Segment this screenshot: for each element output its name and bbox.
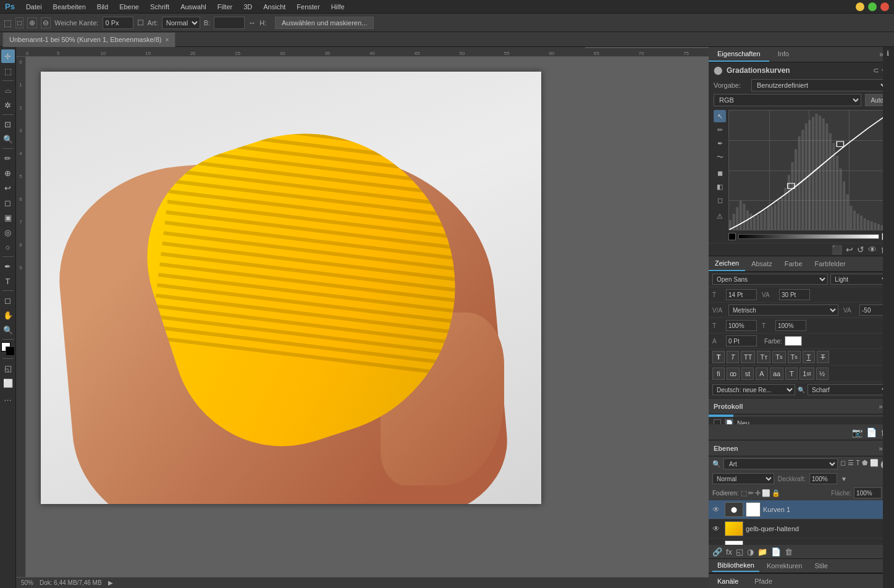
language-select[interactable]: Deutsch: neue Re...	[712, 384, 795, 395]
add-mask-btn[interactable]: ◱	[736, 547, 743, 556]
curve-reset-btn[interactable]: ↺	[857, 245, 864, 254]
lock-transparent-btn[interactable]: ⬚	[741, 489, 747, 497]
all-caps-btn[interactable]: TT	[741, 351, 755, 363]
underline-btn[interactable]: T	[803, 351, 815, 363]
auswahlen-btn[interactable]: Auswählen und maskieren...	[275, 17, 374, 29]
leading-input[interactable]	[779, 289, 810, 300]
baseline-input[interactable]	[726, 335, 757, 346]
add-group-btn[interactable]: 📁	[757, 547, 767, 556]
menu-bild[interactable]: Bild	[92, 2, 113, 12]
layer-gelb[interactable]: 👁 gelb-quer-haltend	[709, 519, 894, 539]
curve-sample-tool[interactable]: ✒	[714, 137, 726, 149]
fraction-btn[interactable]: ½	[816, 368, 829, 380]
maximize-button[interactable]	[868, 2, 877, 11]
info-tab[interactable]: Info	[769, 47, 798, 62]
crop-tool[interactable]: ⊡	[1, 117, 15, 131]
protokoll-check-0[interactable]	[714, 419, 721, 424]
menu-fenster[interactable]: Fenster	[292, 2, 324, 12]
deckkraft-input[interactable]	[809, 473, 837, 484]
close-button[interactable]	[880, 2, 889, 11]
lock-all-btn[interactable]: 🔒	[772, 489, 780, 497]
tab-close-btn[interactable]: ×	[165, 36, 169, 43]
layer-filter-select[interactable]: Art	[723, 458, 838, 469]
opentype-btn[interactable]: aa	[770, 368, 783, 380]
lock-move-btn[interactable]: ✛	[755, 489, 761, 497]
absatz-tab[interactable]: Absatz	[745, 257, 778, 271]
ligature-btn[interactable]: fi	[712, 368, 725, 380]
menu-filter[interactable]: Filter	[213, 2, 237, 12]
anti-alias-select[interactable]: Scharf	[808, 384, 890, 395]
font-family-select[interactable]: Open Sans	[712, 274, 828, 285]
clone-stamp-tool[interactable]: ⊕	[1, 166, 15, 180]
korrekturen-tab[interactable]: Korrekturen	[762, 560, 807, 571]
kanal-select[interactable]: RGB	[714, 94, 861, 106]
curve-smooth-tool[interactable]: 〜	[714, 151, 726, 163]
curves-graph[interactable]	[728, 110, 889, 230]
swash-btn[interactable]: A	[756, 368, 768, 380]
layer-eye-gelb[interactable]: 👁	[712, 524, 722, 533]
text-dir-btn[interactable]: T	[785, 368, 798, 380]
italic-btn[interactable]: T	[727, 351, 739, 363]
curve-pointer-tool[interactable]: ↖	[714, 110, 726, 122]
foreground-background-color[interactable]	[1, 342, 15, 356]
farbe-tab[interactable]: Farbe	[778, 257, 809, 271]
b-input[interactable]	[214, 17, 245, 29]
vorgabe-select[interactable]: Benutzerdefiniert	[751, 79, 889, 91]
shape-tool[interactable]: ◻	[1, 293, 15, 307]
eyedropper-tool[interactable]: 🔍	[1, 132, 15, 146]
curve-visibility-btn[interactable]: 👁	[868, 245, 877, 254]
strikethrough-btn[interactable]: T	[817, 351, 829, 363]
blend-mode-select[interactable]: Normal	[712, 473, 774, 484]
filter-adj-btn[interactable]: ☰	[848, 459, 854, 469]
lock-brush-btn[interactable]: ✏	[748, 489, 754, 497]
new-layer-btn[interactable]: 📄	[771, 547, 781, 556]
layer-mask-kurven1[interactable]	[746, 502, 761, 517]
quick-mask-btn[interactable]: ◱	[1, 361, 15, 375]
pen-tool[interactable]: ✒	[1, 259, 15, 273]
bold-btn[interactable]: T	[712, 351, 725, 363]
stile-tab[interactable]: Stile	[809, 560, 832, 571]
zoom-tool[interactable]: 🔍	[1, 323, 15, 337]
document-tab[interactable]: Unbenannt-1 bei 50% (Kurven 1, Ebenenmas…	[2, 32, 175, 47]
layer-eye-kurven1[interactable]: 👁	[712, 505, 722, 514]
stylistic-btn[interactable]: st	[741, 368, 754, 380]
lock-artboard-btn[interactable]: ⬜	[762, 489, 770, 497]
history-brush-tool[interactable]: ↩	[1, 181, 15, 195]
menu-auswahl[interactable]: Auswahl	[175, 2, 211, 12]
zeichen-tab[interactable]: Zeichen	[709, 256, 745, 271]
menu-schrift[interactable]: Schrift	[145, 2, 174, 12]
ebenen-expand-icon[interactable]: »	[879, 445, 882, 452]
color-swatch[interactable]	[785, 336, 802, 346]
menu-ebene[interactable]: Ebene	[114, 2, 144, 12]
delete-layer-btn[interactable]: 🗑	[785, 547, 793, 556]
protokoll-expand-icon[interactable]: »	[879, 403, 882, 410]
menu-bearbeiten[interactable]: Bearbeiten	[48, 2, 91, 12]
filter-smart-btn[interactable]: ⬜	[870, 459, 879, 469]
lasso-tool[interactable]: ⌓	[1, 83, 15, 97]
bibliotheken-tab[interactable]: Bibliotheken	[712, 560, 759, 572]
filter-type-btn[interactable]: T	[856, 459, 860, 469]
create-snapshot-btn[interactable]: 📷	[852, 427, 862, 437]
background-color[interactable]	[6, 346, 15, 356]
curves-clip-icon[interactable]: ⊂	[873, 66, 879, 75]
menu-ansicht[interactable]: Ansicht	[258, 2, 290, 12]
art-select[interactable]: Normal	[162, 17, 200, 29]
weiche-kante-input[interactable]	[103, 17, 133, 29]
black-point[interactable]	[728, 233, 736, 240]
farbfelder-tab[interactable]: Farbfelder	[809, 257, 852, 271]
menu-datei[interactable]: Datei	[21, 2, 47, 12]
info-icon-btn[interactable]: ℹ	[885, 49, 893, 57]
menu-hilfe[interactable]: Hilfe	[326, 2, 350, 12]
curve-clip-btn[interactable]: ⬛	[832, 245, 842, 254]
tool-option1[interactable]: □	[15, 17, 23, 28]
hand-tool[interactable]: ✋	[1, 308, 15, 322]
scale-v-input[interactable]	[775, 320, 806, 331]
protokoll-item-0[interactable]: 📄 Neu	[709, 417, 894, 424]
magic-wand-tool[interactable]: ✲	[1, 98, 15, 112]
minimize-button[interactable]	[856, 2, 864, 11]
link-layers-btn[interactable]: 🔗	[712, 547, 722, 556]
layer-kurven1[interactable]: 👁 ⬤ Kurven 1	[709, 500, 894, 519]
opacity-arrow[interactable]: ▼	[841, 476, 847, 482]
kanale-tab[interactable]: Kanäle	[712, 576, 743, 587]
move-tool[interactable]: ✛	[1, 49, 15, 63]
